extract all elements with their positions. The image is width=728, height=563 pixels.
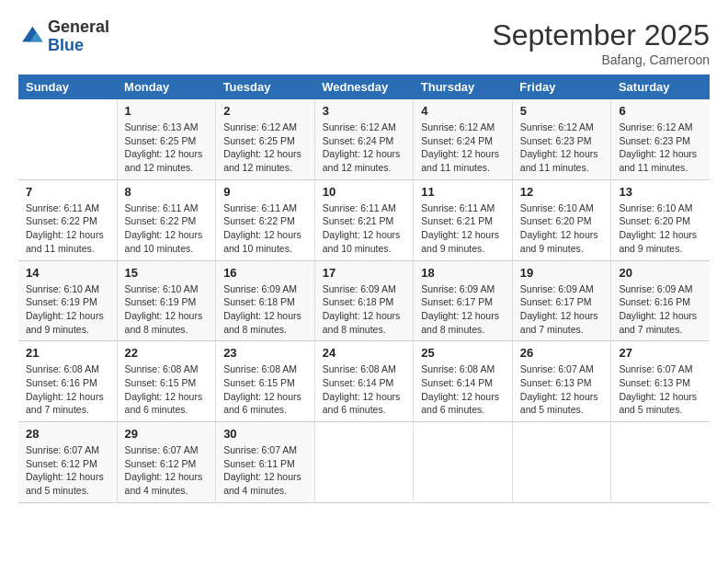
day-info: Sunrise: 6:11 AMSunset: 6:21 PMDaylight:… (323, 201, 406, 256)
day-number: 11 (421, 185, 505, 199)
calendar-cell: 17Sunrise: 6:09 AMSunset: 6:18 PMDayligh… (314, 260, 414, 341)
day-number: 30 (223, 427, 307, 441)
day-info: Sunrise: 6:09 AMSunset: 6:18 PMDaylight:… (223, 282, 307, 337)
calendar-row: 21Sunrise: 6:08 AMSunset: 6:16 PMDayligh… (18, 341, 710, 422)
day-number: 13 (619, 185, 702, 199)
day-info: Sunrise: 6:12 AMSunset: 6:23 PMDaylight:… (619, 121, 702, 175)
calendar-cell (611, 422, 710, 503)
day-number: 8 (125, 185, 209, 199)
day-info: Sunrise: 6:08 AMSunset: 6:15 PMDaylight:… (223, 362, 307, 417)
calendar-cell: 16Sunrise: 6:09 AMSunset: 6:18 PMDayligh… (216, 260, 315, 341)
calendar-body: 1Sunrise: 6:13 AMSunset: 6:25 PMDaylight… (18, 99, 710, 502)
day-number: 28 (26, 427, 109, 441)
day-number: 23 (223, 346, 307, 360)
day-info: Sunrise: 6:08 AMSunset: 6:14 PMDaylight:… (323, 362, 406, 417)
day-info: Sunrise: 6:08 AMSunset: 6:14 PMDaylight:… (421, 362, 505, 417)
header-cell-monday: Monday (117, 75, 216, 99)
day-number: 18 (421, 266, 505, 280)
calendar-cell: 30Sunrise: 6:07 AMSunset: 6:11 PMDayligh… (216, 422, 315, 503)
day-number: 10 (323, 185, 406, 199)
day-number: 25 (421, 346, 505, 360)
calendar-header: SundayMondayTuesdayWednesdayThursdayFrid… (18, 75, 710, 99)
day-number: 27 (619, 346, 702, 360)
calendar-cell: 25Sunrise: 6:08 AMSunset: 6:14 PMDayligh… (414, 341, 513, 422)
month-year-title: September 2025 (492, 18, 710, 52)
calendar-cell: 28Sunrise: 6:07 AMSunset: 6:12 PMDayligh… (18, 422, 117, 503)
calendar-cell: 12Sunrise: 6:10 AMSunset: 6:20 PMDayligh… (512, 179, 611, 260)
day-number: 5 (520, 104, 604, 118)
header-cell-friday: Friday (512, 75, 611, 99)
day-number: 29 (125, 427, 209, 441)
header-cell-thursday: Thursday (414, 75, 513, 99)
header-row: SundayMondayTuesdayWednesdayThursdayFrid… (18, 75, 710, 99)
day-info: Sunrise: 6:09 AMSunset: 6:16 PMDaylight:… (619, 282, 702, 337)
calendar-cell: 14Sunrise: 6:10 AMSunset: 6:19 PMDayligh… (18, 260, 117, 341)
day-info: Sunrise: 6:12 AMSunset: 6:25 PMDaylight:… (223, 121, 307, 175)
day-number: 14 (26, 266, 109, 280)
day-info: Sunrise: 6:07 AMSunset: 6:12 PMDaylight:… (26, 443, 109, 498)
day-info: Sunrise: 6:11 AMSunset: 6:21 PMDaylight:… (421, 201, 505, 256)
calendar-cell: 27Sunrise: 6:07 AMSunset: 6:13 PMDayligh… (611, 341, 710, 422)
day-info: Sunrise: 6:09 AMSunset: 6:17 PMDaylight:… (520, 282, 604, 337)
day-number: 20 (619, 266, 702, 280)
logo-icon (18, 24, 44, 50)
calendar-cell: 4Sunrise: 6:12 AMSunset: 6:24 PMDaylight… (414, 99, 513, 179)
day-info: Sunrise: 6:08 AMSunset: 6:15 PMDaylight:… (125, 362, 209, 417)
day-info: Sunrise: 6:09 AMSunset: 6:17 PMDaylight:… (421, 282, 505, 337)
day-info: Sunrise: 6:10 AMSunset: 6:19 PMDaylight:… (125, 282, 209, 337)
day-info: Sunrise: 6:13 AMSunset: 6:25 PMDaylight:… (125, 121, 209, 175)
day-info: Sunrise: 6:08 AMSunset: 6:16 PMDaylight:… (26, 362, 109, 417)
day-number: 2 (223, 104, 307, 118)
day-number: 22 (125, 346, 209, 360)
logo-blue-text: Blue (48, 36, 84, 54)
header-cell-sunday: Sunday (18, 75, 117, 99)
calendar-cell: 11Sunrise: 6:11 AMSunset: 6:21 PMDayligh… (414, 179, 513, 260)
calendar-cell: 15Sunrise: 6:10 AMSunset: 6:19 PMDayligh… (117, 260, 216, 341)
header-cell-saturday: Saturday (611, 75, 710, 99)
header-cell-wednesday: Wednesday (314, 75, 414, 99)
calendar-cell: 29Sunrise: 6:07 AMSunset: 6:12 PMDayligh… (117, 422, 216, 503)
day-info: Sunrise: 6:10 AMSunset: 6:19 PMDaylight:… (26, 282, 109, 337)
header-cell-tuesday: Tuesday (216, 75, 315, 99)
calendar-cell: 24Sunrise: 6:08 AMSunset: 6:14 PMDayligh… (314, 341, 414, 422)
logo: General Blue (18, 18, 109, 55)
calendar-row: 7Sunrise: 6:11 AMSunset: 6:22 PMDaylight… (18, 179, 710, 260)
day-info: Sunrise: 6:12 AMSunset: 6:24 PMDaylight:… (323, 121, 406, 175)
calendar-cell: 18Sunrise: 6:09 AMSunset: 6:17 PMDayligh… (414, 260, 513, 341)
day-number: 6 (619, 104, 702, 118)
calendar-row: 28Sunrise: 6:07 AMSunset: 6:12 PMDayligh… (18, 422, 710, 503)
day-number: 1 (125, 104, 209, 118)
calendar-cell: 6Sunrise: 6:12 AMSunset: 6:23 PMDaylight… (611, 99, 710, 179)
calendar-cell: 7Sunrise: 6:11 AMSunset: 6:22 PMDaylight… (18, 179, 117, 260)
day-info: Sunrise: 6:07 AMSunset: 6:13 PMDaylight:… (619, 362, 702, 417)
title-block: September 2025 Bafang, Cameroon (492, 18, 710, 67)
calendar-cell: 19Sunrise: 6:09 AMSunset: 6:17 PMDayligh… (512, 260, 611, 341)
day-info: Sunrise: 6:11 AMSunset: 6:22 PMDaylight:… (223, 201, 307, 256)
day-number: 19 (520, 266, 604, 280)
day-number: 26 (520, 346, 604, 360)
day-number: 4 (421, 104, 505, 118)
calendar-cell (414, 422, 513, 503)
day-info: Sunrise: 6:07 AMSunset: 6:13 PMDaylight:… (520, 362, 604, 417)
calendar-row: 1Sunrise: 6:13 AMSunset: 6:25 PMDaylight… (18, 99, 710, 179)
day-number: 16 (223, 266, 307, 280)
day-info: Sunrise: 6:10 AMSunset: 6:20 PMDaylight:… (520, 201, 604, 256)
day-info: Sunrise: 6:10 AMSunset: 6:20 PMDaylight:… (619, 201, 702, 256)
calendar-cell (314, 422, 414, 503)
day-number: 24 (323, 346, 406, 360)
day-number: 21 (26, 346, 109, 360)
calendar-cell: 20Sunrise: 6:09 AMSunset: 6:16 PMDayligh… (611, 260, 710, 341)
calendar-cell: 22Sunrise: 6:08 AMSunset: 6:15 PMDayligh… (117, 341, 216, 422)
calendar-cell (512, 422, 611, 503)
day-info: Sunrise: 6:09 AMSunset: 6:18 PMDaylight:… (323, 282, 406, 337)
calendar-cell: 21Sunrise: 6:08 AMSunset: 6:16 PMDayligh… (18, 341, 117, 422)
calendar-cell (18, 99, 117, 179)
day-info: Sunrise: 6:11 AMSunset: 6:22 PMDaylight:… (26, 201, 109, 256)
day-info: Sunrise: 6:12 AMSunset: 6:24 PMDaylight:… (421, 121, 505, 175)
day-info: Sunrise: 6:12 AMSunset: 6:23 PMDaylight:… (520, 121, 604, 175)
location-subtitle: Bafang, Cameroon (492, 52, 710, 67)
calendar-cell: 23Sunrise: 6:08 AMSunset: 6:15 PMDayligh… (216, 341, 315, 422)
calendar-cell: 5Sunrise: 6:12 AMSunset: 6:23 PMDaylight… (512, 99, 611, 179)
day-number: 15 (125, 266, 209, 280)
day-number: 9 (223, 185, 307, 199)
